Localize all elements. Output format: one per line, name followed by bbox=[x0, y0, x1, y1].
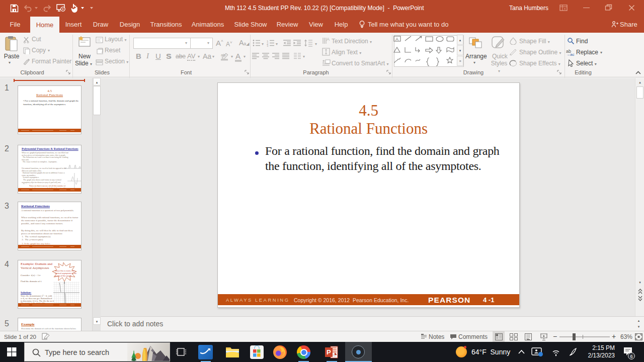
svg-text:→ac: →ac bbox=[566, 52, 574, 56]
svg-text:3: 3 bbox=[267, 44, 269, 47]
svg-text:ab: ab bbox=[221, 53, 225, 57]
svg-text:A: A bbox=[327, 37, 330, 42]
svg-text:P: P bbox=[327, 348, 331, 356]
svg-text:y-axis of the graph: y-axis of the graph bbox=[55, 275, 71, 277]
svg-text:A: A bbox=[395, 37, 398, 42]
